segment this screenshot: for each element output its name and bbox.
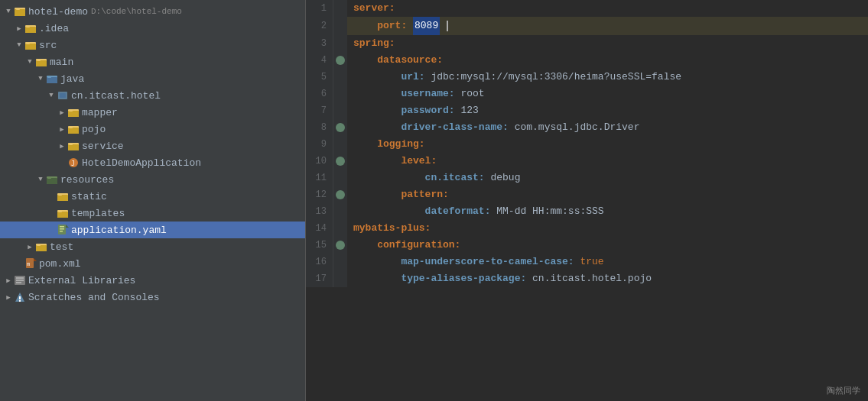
line-content-10[interactable]: level: bbox=[347, 153, 443, 170]
tree-item-pojo[interactable]: ▶pojo bbox=[0, 121, 305, 137]
line-content-4[interactable]: datasource: bbox=[347, 52, 449, 69]
port-value: 8089 bbox=[413, 17, 440, 35]
tree-label-idea: .idea bbox=[39, 23, 69, 34]
tree-item-resources[interactable]: ▼resources bbox=[0, 171, 305, 188]
token-val bbox=[440, 18, 446, 34]
line-number-13: 13 bbox=[306, 203, 333, 220]
line-gutter-4 bbox=[333, 52, 347, 69]
line-content-5[interactable]: url: jdbc:mysql://mysql:3306/heima?useSS… bbox=[347, 69, 688, 86]
tree-label-java: java bbox=[60, 73, 84, 85]
code-editor[interactable]: 1server:2 port: 8089 3spring:4 datasourc… bbox=[306, 0, 868, 401]
tree-item-pom-xml[interactable]: mpom.xml bbox=[0, 255, 305, 272]
line-content-8[interactable]: driver-class-name: com.mysql.jdbc.Driver bbox=[347, 119, 645, 136]
line-gutter-7 bbox=[333, 102, 347, 119]
line-gutter-12 bbox=[333, 186, 347, 203]
svg-rect-51 bbox=[16, 282, 21, 283]
line-content-11[interactable]: cn.itcast: debug bbox=[347, 170, 526, 186]
tree-icon-scratches bbox=[14, 291, 26, 303]
line-number-9: 9 bbox=[306, 136, 333, 153]
tree-icon-src bbox=[24, 39, 37, 51]
tree-label-hoteldemo: HotelDemoApplication bbox=[82, 157, 201, 169]
tree-item-hoteldemo[interactable]: JHotelDemoApplication bbox=[0, 154, 305, 171]
token-key-blue: cn.itcast: bbox=[353, 170, 490, 186]
line-content-6[interactable]: username: root bbox=[347, 86, 491, 102]
code-line-7: 7 password: 123 bbox=[306, 102, 868, 119]
token-key: datasource: bbox=[353, 52, 443, 69]
tree-item-external-libs[interactable]: ▶External Libraries bbox=[0, 272, 305, 289]
code-line-9: 9 logging: bbox=[306, 136, 868, 153]
line-content-12[interactable]: pattern: bbox=[347, 186, 455, 203]
tree-item-scratches[interactable]: ▶Scratches and Consoles bbox=[0, 289, 305, 306]
token-val: com.mysql.jdbc.Driver bbox=[515, 119, 640, 136]
line-content-16[interactable]: map-underscore-to-camel-case: true bbox=[347, 254, 610, 270]
token-key-blue: map-underscore-to-camel-case: bbox=[353, 254, 580, 270]
token-val: MM-dd HH:mm:ss:SSS bbox=[496, 203, 603, 220]
tree-icon-application-yaml bbox=[57, 224, 69, 236]
line-content-1[interactable]: server: bbox=[347, 0, 401, 17]
line-content-9[interactable]: logging: bbox=[347, 136, 431, 153]
code-line-12: 12 pattern: bbox=[306, 186, 868, 203]
code-line-17: 17 type-aliases-package: cn.itcast.hotel… bbox=[306, 270, 868, 287]
svg-marker-41 bbox=[66, 225, 69, 228]
svg-rect-7 bbox=[25, 44, 36, 50]
line-content-7[interactable]: password: 123 bbox=[347, 102, 485, 119]
tree-item-mapper[interactable]: ▶mapper bbox=[0, 104, 305, 121]
token-key: level: bbox=[353, 153, 437, 170]
watermark: 陶然同学 bbox=[827, 385, 860, 396]
tree-label-main: main bbox=[50, 57, 73, 68]
line-content-17[interactable]: type-aliases-package: cn.itcast.hotel.po… bbox=[347, 270, 658, 287]
tree-item-src[interactable]: ▼src bbox=[0, 37, 305, 53]
code-line-14: 14mybatis-plus: bbox=[306, 220, 868, 237]
gutter-dot-10 bbox=[336, 157, 345, 166]
tree-icon-cn-itcast-hotel bbox=[57, 89, 69, 102]
tree-item-main[interactable]: ▼main bbox=[0, 53, 305, 70]
tree-item-hotel-demo[interactable]: ▼hotel-demoD:\code\hotel-demo bbox=[0, 3, 305, 20]
file-tree[interactable]: ▼hotel-demoD:\code\hotel-demo▶.idea▼src▼… bbox=[0, 0, 306, 401]
token-key-blue: type-aliases-package: bbox=[353, 270, 532, 287]
tree-item-templates[interactable]: templates bbox=[0, 205, 305, 222]
line-content-13[interactable]: dateformat: MM-dd HH:mm:ss:SSS bbox=[347, 203, 610, 220]
svg-marker-47 bbox=[34, 258, 37, 261]
line-gutter-11 bbox=[333, 170, 347, 186]
line-gutter-13 bbox=[333, 203, 347, 220]
svg-rect-39 bbox=[60, 228, 64, 230]
tree-icon-static bbox=[57, 190, 69, 202]
token-key: configuration: bbox=[353, 237, 460, 254]
tree-label-service: service bbox=[82, 141, 124, 152]
svg-rect-21 bbox=[68, 128, 79, 134]
line-content-14[interactable]: mybatis-plus: bbox=[347, 220, 437, 237]
token-key: spring: bbox=[353, 35, 395, 52]
tree-item-service[interactable]: ▶service bbox=[0, 137, 305, 154]
token-key: logging: bbox=[353, 136, 425, 153]
tree-icon-idea bbox=[24, 22, 37, 34]
tree-item-cn-itcast-hotel[interactable]: ▼cn.itcast.hotel bbox=[0, 87, 305, 104]
tree-item-java[interactable]: ▼java bbox=[0, 70, 305, 87]
tree-icon-templates bbox=[57, 207, 69, 219]
svg-rect-1 bbox=[15, 9, 25, 16]
svg-rect-33 bbox=[58, 193, 62, 196]
tree-icon-main bbox=[35, 56, 47, 68]
token-val: 123 bbox=[460, 102, 478, 119]
svg-rect-38 bbox=[60, 226, 64, 228]
line-content-3[interactable]: spring: bbox=[347, 35, 401, 52]
line-content-2[interactable]: port: 8089 bbox=[347, 17, 454, 35]
tree-arrow-external-libs: ▶ bbox=[3, 275, 14, 286]
line-number-2: 2 bbox=[306, 17, 333, 35]
line-content-15[interactable]: configuration: bbox=[347, 237, 467, 254]
svg-rect-36 bbox=[58, 210, 62, 212]
svg-text:m: m bbox=[27, 261, 30, 267]
tree-item-application-yaml[interactable]: application.yaml bbox=[0, 222, 305, 238]
tree-item-test[interactable]: ▶test bbox=[0, 238, 305, 255]
line-gutter-8 bbox=[333, 119, 347, 136]
svg-rect-18 bbox=[68, 111, 79, 117]
line-number-1: 1 bbox=[306, 0, 333, 17]
tree-label-src: src bbox=[39, 40, 57, 51]
code-line-16: 16 map-underscore-to-camel-case: true bbox=[306, 254, 868, 270]
gutter-dot-12 bbox=[336, 190, 345, 199]
tree-item-idea[interactable]: ▶.idea bbox=[0, 20, 305, 37]
line-gutter-5 bbox=[333, 69, 347, 86]
svg-rect-19 bbox=[69, 109, 73, 112]
gutter-dot-15 bbox=[336, 241, 345, 250]
svg-rect-53 bbox=[19, 296, 21, 299]
tree-item-static[interactable]: static bbox=[0, 188, 305, 205]
